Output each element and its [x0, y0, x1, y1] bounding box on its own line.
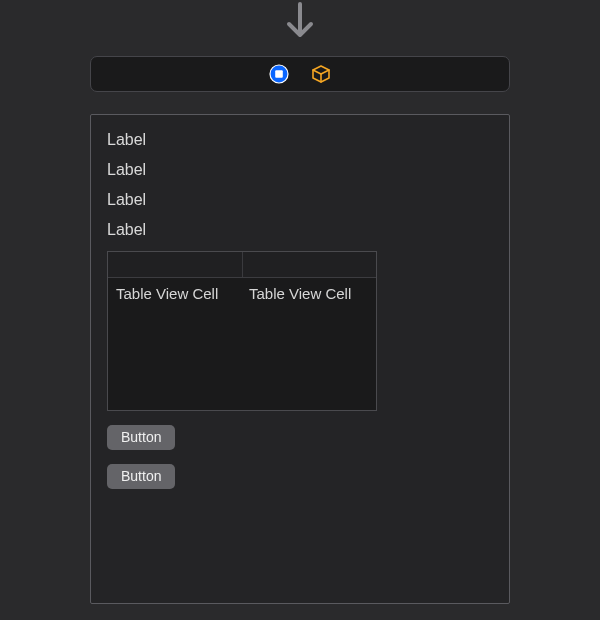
table-row[interactable]: Table View Cell Table View Cell — [108, 278, 376, 308]
button-row: Button — [107, 425, 493, 450]
table-cell[interactable]: Table View Cell — [114, 285, 237, 302]
button-row: Button — [107, 464, 493, 489]
push-button[interactable]: Button — [107, 464, 175, 489]
label[interactable]: Label — [107, 221, 493, 239]
label[interactable]: Label — [107, 191, 493, 209]
label[interactable]: Label — [107, 161, 493, 179]
insertion-arrow — [0, 0, 600, 44]
svg-rect-3 — [275, 70, 283, 78]
table-header — [108, 252, 376, 278]
stop-preview-icon[interactable] — [267, 62, 291, 86]
table-header-column[interactable] — [243, 252, 377, 277]
push-button[interactable]: Button — [107, 425, 175, 450]
library-toolbar — [90, 56, 510, 92]
label-stack: Label Label Label Label — [107, 131, 493, 239]
table-header-column[interactable] — [108, 252, 243, 277]
table-cell[interactable]: Table View Cell — [247, 285, 370, 302]
arrow-down-icon — [282, 2, 318, 44]
table-view[interactable]: Table View Cell Table View Cell — [107, 251, 377, 411]
label[interactable]: Label — [107, 131, 493, 149]
canvas-panel[interactable]: Label Label Label Label Table View Cell … — [90, 114, 510, 604]
package-icon[interactable] — [309, 62, 333, 86]
